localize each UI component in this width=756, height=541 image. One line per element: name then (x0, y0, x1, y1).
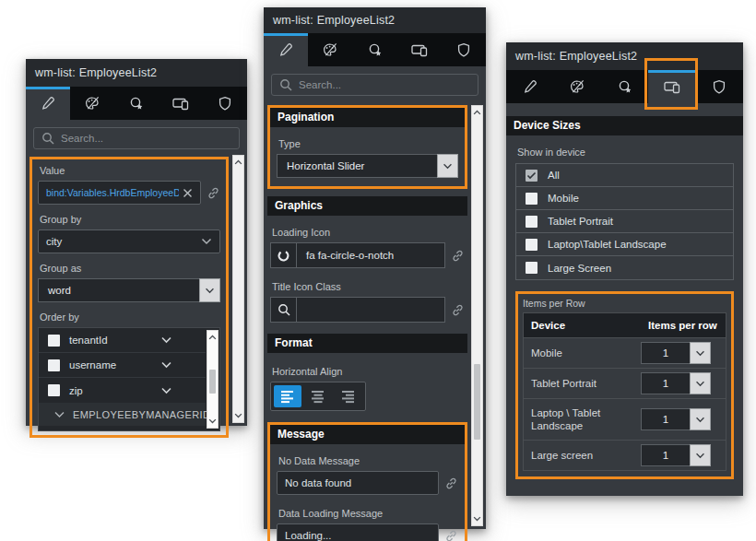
scroll-thumb[interactable] (209, 370, 216, 394)
items-per-row-select[interactable]: 1 (641, 444, 711, 466)
checkbox[interactable] (526, 170, 537, 182)
group-by-label: Group by (40, 214, 219, 225)
panel-scrollbar[interactable] (471, 105, 483, 526)
scroll-up-icon[interactable] (472, 107, 482, 118)
scroll-thumb[interactable] (474, 364, 480, 440)
group-by-value: city (46, 236, 62, 247)
chevron-down-icon[interactable] (199, 278, 220, 302)
value-input[interactable]: bind:Variables.HrdbEmployeeData1.dat (38, 181, 201, 205)
align-left-icon (280, 390, 295, 404)
pagination-type-select[interactable]: Horizontal Slider (277, 154, 458, 178)
bind-link-icon[interactable] (207, 186, 220, 200)
chevron-down-icon[interactable] (160, 336, 172, 344)
order-by-row[interactable]: tenantId (39, 328, 206, 353)
bind-link-icon[interactable] (451, 303, 465, 317)
gear-star-icon (617, 79, 633, 95)
search-input[interactable]: Search... (271, 74, 478, 96)
shield-icon (456, 42, 471, 58)
tab-properties[interactable] (506, 70, 553, 103)
device-option-row[interactable]: Large Screen (516, 256, 733, 279)
items-per-row-select[interactable]: 1 (641, 342, 711, 364)
align-left-button[interactable] (274, 385, 301, 407)
panel-title-text: wm-list: EmployeeList2 (273, 14, 395, 27)
checkbox[interactable] (526, 239, 537, 251)
group-by-select[interactable]: city (38, 229, 220, 253)
panel-title: wm-list: EmployeeList2 (506, 42, 743, 70)
tab-advanced-settings[interactable] (114, 87, 159, 120)
order-by-row[interactable]: username (39, 353, 206, 378)
no-data-message-input[interactable]: No data found (277, 471, 439, 495)
chevron-down-icon[interactable] (690, 444, 711, 466)
bind-link-icon[interactable] (444, 529, 458, 541)
tab-advanced-settings[interactable] (601, 70, 648, 103)
align-center-button[interactable] (304, 385, 332, 407)
device-option-row[interactable]: All (516, 164, 733, 187)
tab-device[interactable] (648, 70, 695, 103)
items-per-row-value: 1 (641, 444, 690, 466)
section-header-pagination: Pagination (270, 108, 465, 127)
tab-device[interactable] (397, 33, 442, 66)
scroll-down-icon[interactable] (233, 410, 243, 421)
device-option-row[interactable]: Laptop\Tablet Landscape (516, 233, 733, 256)
table-row: Large screen 1 (524, 441, 726, 470)
scroll-up-icon[interactable] (233, 157, 243, 168)
bind-link-icon[interactable] (451, 249, 465, 263)
scroll-down-icon[interactable] (472, 513, 482, 524)
checkbox[interactable] (48, 335, 60, 347)
data-loading-message-input[interactable]: Loading... (277, 523, 439, 541)
device-icon (172, 96, 189, 111)
checkbox[interactable] (526, 262, 537, 274)
order-by-scrollbar[interactable] (207, 330, 219, 429)
tab-device[interactable] (159, 87, 203, 120)
chevron-down-icon[interactable] (160, 387, 172, 394)
checkbox[interactable] (526, 193, 537, 205)
items-per-row-select[interactable]: 1 (641, 372, 711, 394)
chevron-down-icon[interactable] (690, 342, 711, 364)
tab-styles[interactable] (553, 70, 600, 103)
bind-link-icon[interactable] (444, 476, 458, 490)
tab-styles[interactable] (308, 33, 352, 66)
checkbox[interactable] (48, 359, 60, 371)
shield-icon (218, 96, 232, 112)
device-option-row[interactable]: Mobile (516, 187, 733, 210)
chevron-down-icon[interactable] (690, 372, 711, 394)
tab-properties[interactable] (26, 87, 70, 120)
related-property-label: EMPLOYEEBYMANAGERID (73, 409, 210, 420)
items-per-row-value: 1 (641, 408, 690, 430)
circle-notch-icon (270, 242, 296, 268)
tab-security[interactable] (203, 87, 247, 120)
device-option-label: Large Screen (548, 263, 611, 274)
show-in-device-label: Show in device (517, 147, 732, 158)
related-property-expander[interactable]: EMPLOYEEBYMANAGERID (39, 403, 206, 426)
tab-styles[interactable] (70, 87, 114, 120)
chevron-down-icon[interactable] (437, 154, 458, 178)
checkbox[interactable] (526, 216, 537, 228)
checkbox[interactable] (48, 384, 60, 396)
properties-panel-middle: wm-list: EmployeeList2 Search... Paginat… (264, 7, 486, 529)
tab-properties[interactable] (264, 33, 308, 66)
tab-security[interactable] (696, 70, 743, 103)
title-icon-class-input[interactable] (296, 297, 445, 323)
align-right-button[interactable] (335, 385, 362, 407)
order-by-item-label: zip (69, 385, 83, 396)
loading-icon-input[interactable]: fa fa-circle-o-notch (296, 242, 445, 268)
row-device-label: Laptop \ Tablet Landscape (524, 399, 625, 440)
clear-binding-icon[interactable] (183, 188, 193, 198)
search-input[interactable]: Search... (33, 127, 240, 149)
items-per-row-select[interactable]: 1 (641, 408, 711, 430)
gear-star-icon (128, 96, 145, 112)
order-by-row[interactable]: zip (39, 378, 206, 403)
panel-content: Pagination Type Horizontal Slider Graphi… (264, 103, 486, 541)
scroll-up-icon[interactable] (207, 332, 218, 343)
pencil-icon (278, 42, 293, 57)
chevron-down-icon[interactable] (160, 361, 172, 369)
panel-scrollbar[interactable] (232, 155, 244, 423)
tab-security[interactable] (442, 33, 486, 66)
title-icon-class-label: Title Icon Class (272, 281, 463, 292)
tab-advanced-settings[interactable] (352, 33, 396, 66)
group-as-select[interactable]: word (38, 278, 220, 302)
group-as-label: Group as (40, 263, 219, 274)
device-option-row[interactable]: Tablet Portrait (516, 210, 733, 233)
chevron-down-icon[interactable] (690, 408, 711, 430)
scroll-down-icon[interactable] (207, 416, 218, 427)
